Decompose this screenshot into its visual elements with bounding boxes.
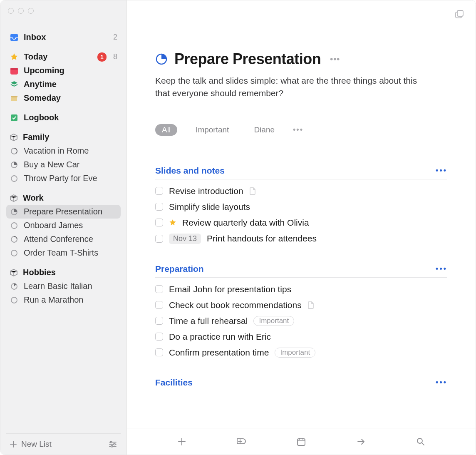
svg-point-15 — [110, 441, 112, 443]
sidebar-project-attend-conference[interactable]: Attend Conference — [6, 232, 121, 246]
project-progress-icon — [155, 53, 168, 65]
tag-important[interactable]: Important — [253, 316, 294, 326]
sidebar-project-vacation-rome[interactable]: Vacation in Rome — [6, 144, 121, 158]
svg-rect-3 — [11, 96, 17, 97]
svg-point-8 — [11, 176, 17, 182]
sidebar-project-prepare-presentation[interactable]: Prepare Presentation — [6, 205, 121, 219]
tag-important[interactable]: Important — [275, 348, 315, 358]
progress-circle-icon — [10, 174, 19, 183]
sidebar-item-anytime[interactable]: Anytime — [6, 77, 121, 91]
close-window-icon[interactable] — [8, 8, 14, 14]
task-row[interactable]: Time a full rehearsal Important — [155, 316, 447, 326]
area-work-label: Work — [23, 193, 44, 203]
checkbox[interactable] — [155, 285, 163, 293]
minimize-window-icon[interactable] — [18, 8, 24, 14]
svg-rect-19 — [457, 10, 463, 16]
svg-rect-4 — [11, 97, 17, 101]
progress-circle-icon — [10, 160, 19, 169]
sidebar-item-upcoming[interactable]: Upcoming — [6, 64, 121, 77]
checkbox[interactable] — [155, 219, 163, 226]
plus-icon — [10, 440, 17, 448]
progress-circle-icon — [10, 235, 19, 244]
area-header-work[interactable]: Work — [6, 191, 121, 205]
inbox-icon — [10, 33, 19, 42]
task-text: Confirm presentation time — [169, 348, 269, 358]
box-icon — [10, 194, 18, 202]
area-hobbies-label: Hobbies — [23, 268, 56, 277]
project-label: Learn Basic Italian — [24, 281, 117, 291]
task-text: Do a practice run with Eric — [169, 332, 271, 342]
project-notes[interactable]: Keep the talk and slides simple: what ar… — [155, 75, 421, 100]
task-row[interactable]: Email John for presentation tips — [155, 284, 447, 294]
task-row[interactable]: Review quarterly data with Olivia — [155, 218, 447, 228]
maximize-window-icon[interactable] — [28, 8, 34, 14]
task-text: Email John for presentation tips — [169, 284, 291, 294]
new-list-button[interactable]: New List — [10, 440, 52, 449]
when-button[interactable] — [293, 433, 310, 450]
filter-important[interactable]: Important — [189, 124, 236, 136]
filter-all[interactable]: All — [155, 124, 177, 136]
sidebar-project-buy-car[interactable]: Buy a New Car — [6, 158, 121, 172]
checkbox[interactable] — [155, 187, 163, 195]
sidebar-project-learn-italian[interactable]: Learn Basic Italian — [6, 279, 121, 293]
checkbox[interactable] — [155, 301, 163, 309]
anytime-label: Anytime — [24, 80, 117, 89]
section-title[interactable]: Preparation — [155, 264, 204, 274]
task-row[interactable]: Simplify slide layouts — [155, 202, 447, 212]
sidebar-project-onboard-james[interactable]: Onboard James — [6, 219, 121, 232]
filter-diane[interactable]: Diane — [247, 124, 281, 136]
sidebar-item-someday[interactable]: Someday — [6, 91, 121, 105]
checkbox[interactable] — [155, 203, 163, 211]
filter-more-icon[interactable]: ••• — [293, 125, 303, 134]
checkbox[interactable] — [155, 235, 163, 243]
sidebar-project-team-tshirts[interactable]: Order Team T-Shirts — [6, 246, 121, 260]
box-icon — [10, 269, 18, 277]
today-label: Today — [24, 52, 92, 62]
move-button[interactable] — [353, 433, 369, 450]
window-controls — [6, 5, 121, 30]
task-row[interactable]: Confirm presentation time Important — [155, 348, 447, 358]
progress-circle-icon — [10, 296, 19, 305]
task-text: Check out book recommendations — [169, 300, 302, 310]
progress-circle-icon — [10, 147, 19, 156]
new-heading-button[interactable] — [233, 433, 250, 450]
new-window-icon[interactable] — [455, 10, 464, 19]
sidebar-project-party-eve[interactable]: Throw Party for Eve — [6, 172, 121, 185]
task-row[interactable]: Do a practice run with Eric — [155, 332, 447, 342]
search-button[interactable] — [412, 433, 429, 450]
svg-point-12 — [11, 250, 17, 256]
task-row[interactable]: Revise introduction — [155, 186, 447, 196]
area-header-family[interactable]: Family — [6, 130, 121, 144]
new-todo-button[interactable] — [174, 433, 190, 450]
task-row[interactable]: Check out book recommendations — [155, 300, 447, 310]
sidebar-item-logbook[interactable]: Logbook — [6, 111, 121, 124]
progress-circle-icon — [10, 249, 19, 258]
sidebar-item-inbox[interactable]: Inbox 2 — [6, 30, 121, 44]
checkbox[interactable] — [155, 333, 163, 341]
task-text: Simplify slide layouts — [169, 202, 250, 212]
checkbox[interactable] — [155, 317, 163, 325]
sidebar-project-run-marathon[interactable]: Run a Marathon — [6, 293, 121, 307]
logbook-icon — [10, 113, 19, 122]
svg-point-10 — [11, 223, 17, 229]
title-more-icon[interactable]: ••• — [330, 55, 340, 64]
page-title: Prepare Presentation — [174, 50, 321, 68]
note-icon — [307, 301, 314, 309]
section-title[interactable]: Slides and notes — [155, 166, 225, 176]
progress-circle-icon — [10, 282, 19, 291]
task-text: Review quarterly data with Olivia — [182, 218, 309, 228]
area-header-hobbies[interactable]: Hobbies — [6, 266, 121, 279]
task-text: Revise introduction — [169, 186, 243, 196]
area-family-label: Family — [23, 132, 49, 142]
section-more-icon[interactable]: ••• — [436, 264, 447, 273]
sidebar-item-today[interactable]: Today 1 8 — [6, 50, 121, 64]
checkbox[interactable] — [155, 348, 163, 356]
task-row[interactable]: Nov 13 Print handouts for attendees — [155, 234, 447, 244]
settings-icon[interactable] — [108, 440, 117, 449]
main-panel: Prepare Presentation ••• Keep the talk a… — [127, 0, 476, 455]
section-more-icon[interactable]: ••• — [436, 378, 447, 387]
section-more-icon[interactable]: ••• — [436, 166, 447, 175]
inbox-label: Inbox — [24, 32, 108, 42]
section-title[interactable]: Facilities — [155, 378, 193, 388]
sidebar: Inbox 2 Today 1 8 Upcoming — [0, 0, 127, 455]
